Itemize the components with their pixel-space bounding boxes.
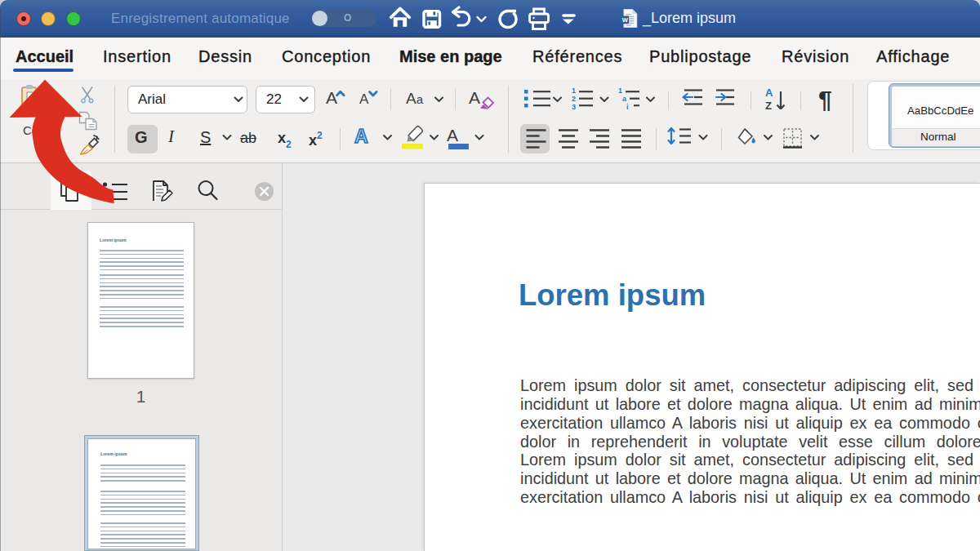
svg-text:3: 3: [572, 103, 576, 111]
svg-text:1: 1: [618, 87, 622, 95]
svg-text:W: W: [622, 16, 629, 23]
svg-text:A: A: [765, 87, 773, 99]
svg-text:1: 1: [572, 87, 576, 95]
svg-text:2: 2: [572, 95, 576, 103]
svg-text:a: a: [622, 95, 627, 103]
svg-text:Z: Z: [765, 100, 772, 112]
svg-text:i: i: [626, 103, 629, 111]
